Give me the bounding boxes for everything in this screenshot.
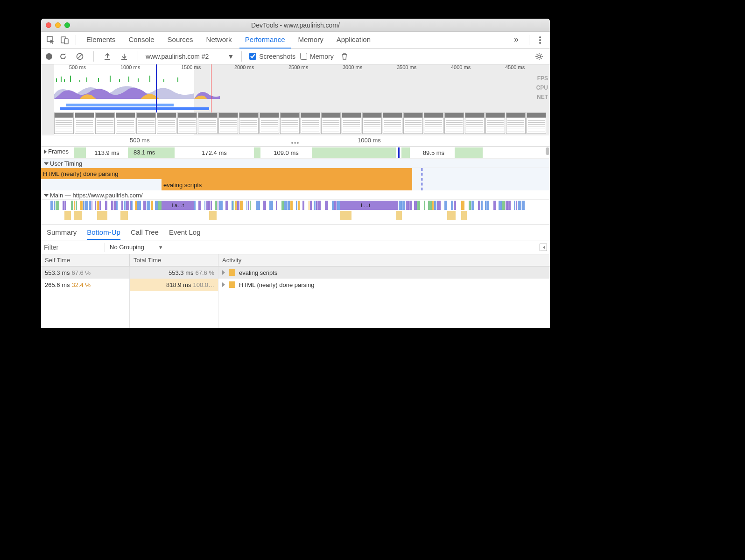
flame-slice[interactable]: [74, 211, 82, 220]
flame-slice[interactable]: [99, 201, 101, 210]
flame-slice[interactable]: [105, 201, 107, 210]
flame-slice[interactable]: [276, 201, 277, 210]
user-timing-bars[interactable]: HTML (nearly) done parsing evaling scrip…: [41, 168, 550, 190]
flame-slice[interactable]: [237, 201, 239, 210]
flame-slice[interactable]: [298, 201, 300, 210]
flame-slice[interactable]: [516, 201, 517, 210]
frame-block[interactable]: [312, 147, 396, 158]
filmstrip-thumb[interactable]: [465, 112, 485, 134]
flame-slice[interactable]: [334, 201, 337, 210]
heaviest-stack-toggle-icon[interactable]: [540, 244, 547, 251]
filmstrip-thumb[interactable]: [116, 112, 135, 134]
flame-slice[interactable]: [208, 201, 210, 210]
table-row[interactable]: 553.3 ms 67.6 %553.3 ms 67.6 %evaling sc…: [41, 266, 550, 279]
expand-icon[interactable]: [222, 282, 225, 287]
reload-icon[interactable]: [57, 50, 69, 63]
flame-slice[interactable]: [340, 211, 351, 220]
flame-slice[interactable]: [120, 211, 128, 220]
flame-slice[interactable]: [316, 201, 317, 210]
flame-slice[interactable]: [198, 201, 200, 210]
filmstrip-thumb[interactable]: [136, 112, 156, 134]
flame-slice[interactable]: [461, 211, 467, 220]
flame-slice[interactable]: [54, 201, 55, 210]
timing-bar-evaling-scripts[interactable]: evaling scripts: [162, 179, 412, 190]
flame-slice[interactable]: [402, 201, 405, 210]
flame-slice[interactable]: [218, 201, 218, 210]
filmstrip-thumb[interactable]: [54, 112, 74, 134]
flame-slice[interactable]: [409, 201, 412, 210]
filmstrip-thumb[interactable]: [506, 112, 526, 134]
frame-block[interactable]: [455, 147, 483, 158]
flame-slice[interactable]: [317, 201, 321, 210]
flame-slice[interactable]: [204, 201, 205, 210]
filmstrip-thumb[interactable]: [239, 112, 259, 134]
flame-slice[interactable]: [209, 211, 217, 220]
flame-slice[interactable]: [137, 201, 141, 210]
filmstrip-thumb[interactable]: [301, 112, 320, 134]
flame-slice[interactable]: [50, 201, 53, 210]
memory-checkbox[interactable]: Memory: [300, 53, 334, 60]
flame-slice[interactable]: [121, 201, 123, 210]
flame-chart-tracks[interactable]: Frames 113.9 ms 83.1 ms 172.4 ms 109.0 m…: [41, 147, 550, 224]
flame-slice[interactable]: [309, 201, 309, 210]
main-flame-strip[interactable]: La…tL…t: [41, 201, 550, 210]
flame-slice[interactable]: [151, 201, 153, 210]
filmstrip-thumb[interactable]: [75, 112, 94, 134]
frame-gap[interactable]: 113.9 ms: [86, 147, 128, 158]
flame-slice[interactable]: [288, 201, 290, 210]
memory-checkbox-input[interactable]: [300, 53, 307, 60]
filmstrip-thumb[interactable]: [157, 112, 176, 134]
flame-slice[interactable]: [518, 201, 521, 210]
flame-slice[interactable]: [508, 201, 511, 210]
flame-slice[interactable]: [135, 201, 137, 210]
flame-slice[interactable]: [444, 201, 447, 210]
filmstrip-thumb[interactable]: [218, 112, 238, 134]
clear-icon[interactable]: [74, 50, 86, 63]
flame-slice[interactable]: [130, 201, 131, 210]
flame-slice[interactable]: [74, 201, 75, 210]
expand-icon[interactable]: [222, 270, 225, 275]
col-self-time[interactable]: Self Time: [41, 254, 130, 266]
grouping-selector[interactable]: No Grouping ▼: [110, 244, 163, 251]
col-total-time[interactable]: Total Time: [130, 254, 218, 266]
flame-slice[interactable]: [428, 201, 432, 210]
main-track-header[interactable]: Main — https://www.paulirish.com/: [41, 190, 550, 200]
frame-block[interactable]: [401, 147, 410, 158]
filmstrip-thumb[interactable]: [95, 112, 115, 134]
flame-slice[interactable]: [493, 201, 496, 210]
flame-slice[interactable]: [314, 201, 316, 210]
filmstrip-thumb[interactable]: [280, 112, 300, 134]
detail-tab-call-tree[interactable]: Call Tree: [131, 228, 159, 240]
filmstrip-thumb[interactable]: [362, 112, 382, 134]
save-profile-icon[interactable]: [118, 50, 130, 63]
filmstrip-thumb[interactable]: [260, 112, 279, 134]
record-button-icon[interactable]: [46, 53, 52, 60]
flame-slice[interactable]: [219, 201, 222, 210]
flame-slice[interactable]: [126, 201, 129, 210]
flame-slice[interactable]: [424, 201, 425, 210]
flame-slice[interactable]: [225, 201, 228, 210]
frames-track[interactable]: Frames 113.9 ms 83.1 ms 172.4 ms 109.0 m…: [41, 147, 550, 159]
flame-slice[interactable]: [502, 201, 506, 210]
flame-slice[interactable]: [215, 201, 217, 210]
table-header[interactable]: Self Time Total Time Activity: [41, 254, 550, 266]
flame-slice[interactable]: [76, 201, 77, 210]
user-timing-label[interactable]: User Timing: [44, 160, 82, 167]
flame-slice[interactable]: [233, 201, 234, 210]
tab-application[interactable]: Application: [331, 32, 376, 49]
gear-icon[interactable]: [533, 50, 545, 63]
filmstrip-thumb[interactable]: [424, 112, 443, 134]
flame-slice[interactable]: [114, 201, 116, 210]
flame-slice[interactable]: [296, 201, 297, 210]
flame-slice[interactable]: [447, 211, 456, 220]
flame-slice[interactable]: [302, 201, 305, 210]
flame-slice[interactable]: [485, 201, 486, 210]
flame-slice[interactable]: [396, 211, 402, 220]
detail-tab-bottom-up[interactable]: Bottom-Up: [87, 228, 120, 240]
frame-gap[interactable]: 89.5 ms: [413, 147, 455, 158]
filmstrip-thumb[interactable]: [383, 112, 402, 134]
flame-slice[interactable]: [80, 201, 83, 210]
trash-icon[interactable]: [338, 50, 351, 63]
flame-slice[interactable]: [116, 201, 118, 210]
overview-timeline[interactable]: 500 ms1000 ms1500 ms2000 ms2500 ms3000 m…: [41, 64, 550, 135]
